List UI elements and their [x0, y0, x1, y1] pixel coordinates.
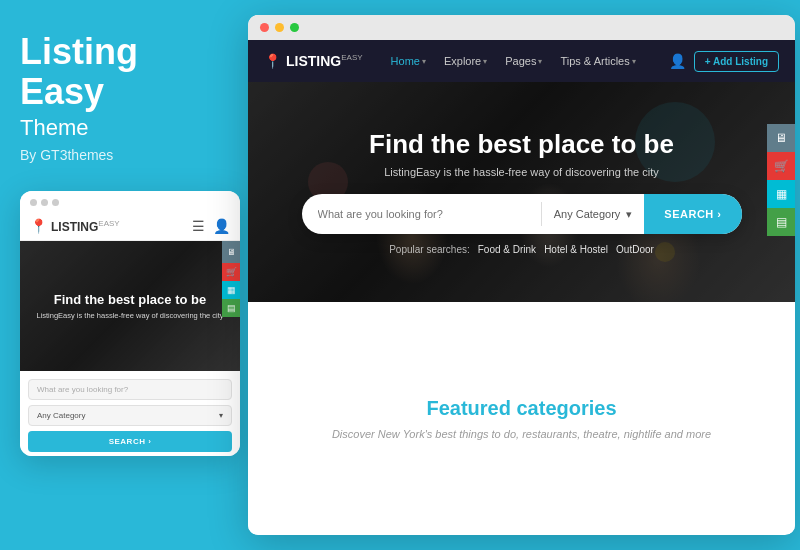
desktop-user-icon[interactable]: 👤 [669, 53, 686, 69]
popular-tag-food[interactable]: Food & Drink [478, 244, 536, 255]
nav-home-label: Home [391, 55, 420, 67]
desktop-side-bar: 🖥 🛒 ▦ ▤ [767, 124, 795, 236]
mobile-side-cart: 🛒 [222, 263, 240, 281]
mobile-logo-text: LISTINGEASY [51, 219, 120, 234]
desktop-hero-subtitle: ListingEasy is the hassle-free way of di… [384, 166, 659, 178]
mobile-hero-subtitle: ListingEasy is the hassle-free way of di… [36, 311, 223, 320]
nav-pages-label: Pages [505, 55, 536, 67]
browser-dot-maximize[interactable] [290, 23, 299, 32]
mobile-hero: Find the best place to be ListingEasy is… [20, 241, 240, 371]
desktop-side-list[interactable]: ▤ [767, 208, 795, 236]
user-icon[interactable]: 👤 [213, 218, 230, 234]
browser-dot-close[interactable] [260, 23, 269, 32]
mobile-side-list: ▤ [222, 299, 240, 317]
mobile-search-button[interactable]: SEARCH › [28, 431, 232, 452]
desktop-category-select[interactable]: Any Category ▾ [542, 208, 645, 221]
add-listing-button[interactable]: + Add Listing [694, 51, 779, 72]
mobile-dots [30, 199, 59, 206]
popular-tag-outdoor[interactable]: OutDoor [616, 244, 654, 255]
browser-dot-minimize[interactable] [275, 23, 284, 32]
desktop-hero-title: Find the best place to be [369, 129, 674, 160]
desktop-hero: Find the best place to be ListingEasy is… [248, 82, 795, 302]
desktop-logo: 📍 LISTINGEASY [264, 53, 363, 69]
desktop-search-button[interactable]: SEARCH › [644, 194, 741, 234]
mobile-hero-overlay: Find the best place to be ListingEasy is… [20, 241, 240, 371]
desktop-pin-icon: 📍 [264, 53, 281, 69]
left-panel: ListingEasy Theme By GT3themes 📍 LISTING… [0, 0, 248, 550]
nav-tips-chevron: ▾ [632, 57, 636, 66]
desktop-nav: 📍 LISTINGEASY Home ▾ Explore ▾ Pages ▾ [248, 40, 795, 82]
popular-searches: Popular searches: Food & Drink Hotel & H… [389, 244, 654, 255]
nav-links: Home ▾ Explore ▾ Pages ▾ Tips & Articles… [383, 51, 669, 71]
nav-explore-chevron: ▾ [483, 57, 487, 66]
desktop-side-monitor[interactable]: 🖥 [767, 124, 795, 152]
mobile-dot-2 [41, 199, 48, 206]
nav-link-tips[interactable]: Tips & Articles ▾ [552, 51, 643, 71]
nav-pages-chevron: ▾ [538, 57, 542, 66]
desktop-browser: 📍 LISTINGEASY Home ▾ Explore ▾ Pages ▾ [248, 15, 795, 535]
chevron-down-icon: ▾ [219, 411, 223, 420]
popular-tag-hotel[interactable]: Hotel & Hostel [544, 244, 608, 255]
desktop-logo-text: LISTINGEASY [286, 53, 363, 69]
mobile-dot-3 [52, 199, 59, 206]
nav-explore-label: Explore [444, 55, 481, 67]
mobile-nav: 📍 LISTINGEASY ☰ 👤 [20, 212, 240, 241]
mobile-side-grid: ▦ [222, 281, 240, 299]
featured-section: Featured categories Discover New York's … [248, 302, 795, 534]
desktop-side-grid[interactable]: ▦ [767, 180, 795, 208]
category-label: Any Category [554, 208, 621, 220]
nav-tips-label: Tips & Articles [560, 55, 629, 67]
pin-icon: 📍 [30, 218, 47, 234]
brand-title-line1: ListingEasy [20, 32, 138, 111]
mobile-logo: 📍 LISTINGEASY [30, 218, 120, 234]
mobile-nav-icons: ☰ 👤 [192, 218, 230, 234]
mobile-search-input[interactable]: What are you looking for? [28, 379, 232, 400]
brand-name: ListingEasy Theme By GT3themes [20, 32, 138, 191]
desktop-search-bar: Any Category ▾ SEARCH › [302, 194, 742, 234]
desktop-search-input[interactable] [302, 208, 541, 220]
mobile-dot-1 [30, 199, 37, 206]
mobile-search-area: What are you looking for? Any Category ▾… [20, 371, 240, 456]
hamburger-icon[interactable]: ☰ [192, 218, 205, 234]
browser-content: 📍 LISTINGEASY Home ▾ Explore ▾ Pages ▾ [248, 40, 795, 534]
desktop-side-cart[interactable]: 🛒 [767, 152, 795, 180]
nav-home-chevron: ▾ [422, 57, 426, 66]
mobile-side-bar: 🖥 🛒 ▦ ▤ [222, 241, 240, 371]
mobile-hero-title: Find the best place to be [54, 292, 206, 308]
mobile-category-select[interactable]: Any Category ▾ [28, 405, 232, 426]
featured-title: Featured categories [426, 397, 616, 420]
mobile-side-monitor: 🖥 [222, 241, 240, 263]
brand-subtitle: Theme [20, 115, 138, 141]
browser-titlebar [248, 15, 795, 40]
mobile-mockup: 📍 LISTINGEASY ☰ 👤 Find the best place to… [20, 191, 240, 456]
featured-subtitle: Discover New York's best things to do, r… [332, 428, 711, 440]
popular-label: Popular searches: [389, 244, 470, 255]
category-chevron: ▾ [626, 208, 632, 221]
nav-link-pages[interactable]: Pages ▾ [497, 51, 550, 71]
nav-actions: 👤 + Add Listing [669, 51, 779, 72]
mobile-titlebar [20, 191, 240, 212]
nav-link-home[interactable]: Home ▾ [383, 51, 434, 71]
nav-link-explore[interactable]: Explore ▾ [436, 51, 495, 71]
brand-by: By GT3themes [20, 147, 138, 163]
desktop-hero-overlay: Find the best place to be ListingEasy is… [248, 82, 795, 302]
